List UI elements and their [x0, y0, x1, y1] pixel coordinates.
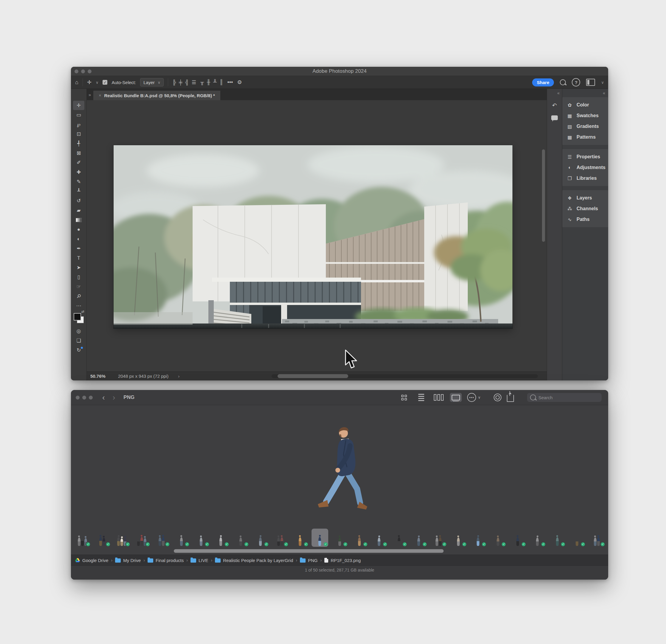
- history-brush-tool-icon[interactable]: ↺: [73, 196, 84, 205]
- back-icon[interactable]: ‹: [102, 393, 105, 402]
- tags-icon[interactable]: [494, 394, 502, 401]
- foreground-background-colors[interactable]: ⇄: [74, 313, 84, 323]
- filmstrip-thumbnail[interactable]: ✓: [490, 528, 506, 547]
- panel-tab-channels[interactable]: ⁂Channels: [562, 203, 608, 214]
- panel-tab-properties[interactable]: ☰Properties: [562, 152, 608, 162]
- collapse-panels-icon[interactable]: »: [87, 92, 93, 100]
- quick-mask-icon[interactable]: ◎: [73, 327, 84, 336]
- crop-tool-icon[interactable]: ╃: [73, 139, 84, 148]
- filmstrip-thumbnail[interactable]: ✓: [153, 528, 170, 547]
- panel-tab-color[interactable]: ✿Color: [562, 100, 608, 110]
- filmstrip-thumbnail[interactable]: ✓: [371, 528, 388, 547]
- horizontal-scrollbar-thumb[interactable]: [278, 374, 348, 378]
- type-tool-icon[interactable]: T: [73, 254, 84, 263]
- gradient-tool-icon[interactable]: [73, 215, 84, 225]
- dodge-tool-icon[interactable]: ◐: [73, 234, 84, 244]
- canvas-image[interactable]: [113, 145, 512, 329]
- filmstrip-thumbnail[interactable]: ✓: [549, 528, 565, 547]
- rectangle-tool-icon[interactable]: ▯: [73, 273, 84, 282]
- search-field[interactable]: Search: [527, 393, 601, 402]
- filmstrip-thumbnail[interactable]: ✓: [193, 528, 209, 547]
- document-tab[interactable]: × Realistic Bundle B:A.psd @ 50,8% (Peop…: [93, 91, 220, 100]
- screen-mode-icon[interactable]: ❏: [73, 336, 84, 345]
- share-icon[interactable]: [507, 395, 514, 402]
- zoom-window-button[interactable]: [89, 396, 93, 400]
- breadcrumb-item[interactable]: My Drive: [115, 558, 141, 563]
- filmstrip-thumbnail[interactable]: ✓: [272, 528, 288, 547]
- marquee-tool-icon[interactable]: ▭: [73, 110, 84, 120]
- gear-icon[interactable]: ⚙: [237, 80, 242, 85]
- canvas-area[interactable]: [87, 100, 547, 371]
- filmstrip-thumbnail[interactable]: ✓: [470, 528, 487, 547]
- help-icon[interactable]: ?: [572, 78, 580, 86]
- photoshop-titlebar[interactable]: Adobe Photoshop 2024: [71, 67, 608, 76]
- workspace-icon[interactable]: [586, 79, 595, 86]
- share-button[interactable]: Share: [532, 79, 554, 86]
- brush-tool-icon[interactable]: ✎: [73, 177, 84, 186]
- more-options-icon[interactable]: •••: [227, 80, 233, 85]
- breadcrumb-item[interactable]: RP1F_023.png: [325, 558, 361, 563]
- search-icon[interactable]: [560, 79, 566, 85]
- panel-tab-adjustments[interactable]: ◐Adjustments: [562, 162, 608, 173]
- close-window-button[interactable]: [76, 396, 80, 400]
- chevron-down-icon[interactable]: ∨: [96, 80, 99, 85]
- collapse-panels-icon[interactable]: «: [562, 90, 608, 97]
- move-tool-icon[interactable]: ✛: [87, 80, 91, 85]
- eraser-tool-icon[interactable]: ▰: [73, 206, 84, 215]
- filmstrip-thumbnail[interactable]: ✓: [74, 528, 91, 547]
- filmstrip-thumbnail[interactable]: ✓: [113, 528, 130, 547]
- filmstrip-thumbnail[interactable]: ✓: [331, 528, 348, 547]
- clone-stamp-tool-icon[interactable]: ┸: [73, 187, 84, 196]
- object-selection-tool-icon[interactable]: ⊡: [73, 129, 84, 139]
- panel-tab-layers[interactable]: ❖Layers: [562, 193, 608, 203]
- filmstrip-thumbnail[interactable]: ✓: [252, 528, 268, 547]
- filmstrip-thumbnail[interactable]: ✓: [93, 528, 110, 547]
- breadcrumb-item[interactable]: Final products: [147, 558, 183, 563]
- panel-tab-paths[interactable]: ∿Paths: [562, 214, 608, 225]
- panel-tab-patterns[interactable]: ▩Patterns: [562, 132, 608, 142]
- status-chevron-icon[interactable]: ›: [178, 373, 179, 379]
- filmstrip-thumbnail[interactable]: ✓: [450, 528, 467, 547]
- filmstrip-thumbnail[interactable]: ✓: [589, 528, 605, 547]
- rotate-view-icon[interactable]: ↻: [73, 346, 84, 355]
- blur-tool-icon[interactable]: ●: [73, 225, 84, 234]
- filmstrip-thumbnail[interactable]: ✓: [410, 528, 427, 547]
- history-panel-icon[interactable]: ↶: [552, 102, 557, 109]
- hand-tool-icon[interactable]: ☞: [73, 282, 84, 291]
- gallery-preview-area[interactable]: [71, 405, 608, 527]
- forward-icon[interactable]: ›: [113, 393, 116, 402]
- list-view-button[interactable]: [415, 393, 427, 402]
- panel-tab-swatches[interactable]: ▦Swatches: [562, 110, 608, 121]
- breadcrumb-item[interactable]: Google Drive: [75, 558, 108, 563]
- pen-tool-icon[interactable]: ✒: [73, 244, 84, 253]
- filmstrip-thumbnail[interactable]: ✓: [213, 528, 229, 547]
- auto-select-checkbox[interactable]: ✓: [103, 80, 107, 85]
- close-tab-icon[interactable]: ×: [99, 93, 101, 98]
- home-icon[interactable]: ⌂: [75, 80, 78, 85]
- filmstrip-scrollbar[interactable]: [71, 548, 608, 555]
- zoom-level[interactable]: 50.76%: [90, 373, 106, 379]
- filmstrip-thumbnail[interactable]: ✓: [529, 528, 546, 547]
- filmstrip-thumbnail[interactable]: ✓: [351, 528, 368, 547]
- edit-toolbar-icon[interactable]: ⋯: [73, 301, 84, 310]
- filmstrip-thumbnail[interactable]: ✓: [173, 528, 190, 547]
- align-buttons[interactable]: ╠ ╪ ╣ ☰: [172, 79, 196, 86]
- filmstrip-thumbnail-selected[interactable]: ✓: [312, 528, 328, 547]
- frame-tool-icon[interactable]: ⊠: [73, 149, 84, 158]
- minimize-window-button[interactable]: [82, 396, 86, 400]
- path-selection-tool-icon[interactable]: ➤: [73, 263, 84, 272]
- panel-tab-libraries[interactable]: ❐Libraries: [562, 173, 608, 184]
- filmstrip-thumbnail[interactable]: ✓: [509, 528, 526, 547]
- filmstrip-scrollbar-thumb[interactable]: [174, 549, 443, 553]
- move-tool-icon[interactable]: ✛: [73, 101, 84, 110]
- gallery-view-button[interactable]: [450, 393, 462, 402]
- swap-colors-icon[interactable]: ⇄: [82, 310, 84, 314]
- breadcrumb-item[interactable]: Realistic People Pack by LayerGrid: [215, 558, 293, 563]
- vertical-scrollbar[interactable]: [542, 150, 545, 242]
- breadcrumb-item[interactable]: LIVE: [191, 558, 208, 563]
- filmstrip-thumbnail[interactable]: ✓: [568, 528, 585, 547]
- eyedropper-tool-icon[interactable]: ✐: [73, 158, 84, 167]
- foreground-color-swatch[interactable]: [74, 313, 81, 320]
- group-menu-button[interactable]: •••∨: [467, 393, 480, 402]
- breadcrumb-item[interactable]: PNG: [300, 558, 318, 563]
